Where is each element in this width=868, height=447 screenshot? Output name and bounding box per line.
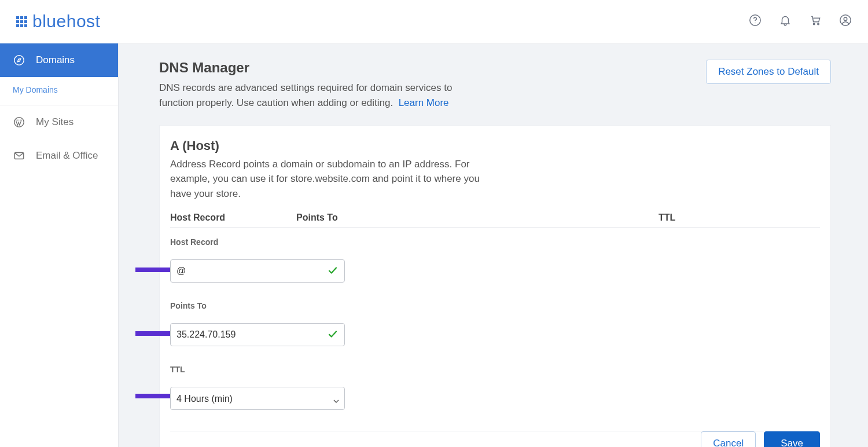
card-description: Address Record points a domain or subdom…	[170, 157, 483, 201]
check-icon	[328, 265, 338, 278]
sidebar-item-domains[interactable]: Domains	[0, 43, 118, 77]
svg-point-6	[14, 56, 24, 65]
points-to-label: Points To	[170, 301, 820, 310]
host-record-input[interactable]	[170, 259, 345, 283]
host-record-label: Host Record	[170, 237, 820, 247]
mail-icon	[13, 149, 25, 162]
learn-more-link[interactable]: Learn More	[399, 97, 449, 108]
record-columns-header: Host Record Points To TTL	[170, 212, 820, 228]
check-icon	[328, 329, 338, 342]
sidebar-item-label: My Sites	[36, 116, 73, 128]
user-icon[interactable]	[839, 14, 852, 29]
save-button[interactable]: Save	[764, 431, 820, 447]
brand-grid-icon	[16, 16, 27, 27]
main-content: DNS Manager DNS records are advanced set…	[119, 43, 868, 447]
ttl-select[interactable]: 4 Hours (min)	[170, 387, 345, 410]
sidebar-sub-my-domains[interactable]: My Domains	[0, 77, 118, 105]
col-ttl: TTL	[659, 212, 820, 223]
sidebar-item-label: Domains	[36, 54, 75, 66]
sidebar-item-email-office[interactable]: Email & Office	[0, 139, 118, 173]
ttl-label: TTL	[170, 365, 820, 374]
top-icons	[749, 14, 852, 29]
cancel-button[interactable]: Cancel	[701, 431, 756, 447]
top-bar: bluehost	[0, 0, 868, 43]
cart-icon[interactable]	[809, 14, 822, 29]
sidebar-item-my-sites[interactable]: My Sites	[0, 105, 118, 139]
col-points-to: Points To	[296, 212, 659, 223]
compass-icon	[13, 54, 25, 67]
brand-name: bluehost	[32, 12, 100, 31]
svg-point-3	[818, 23, 819, 25]
svg-point-2	[813, 23, 815, 25]
sidebar: Domains My Domains My Sites Email & Offi…	[0, 43, 119, 447]
help-icon[interactable]	[749, 14, 762, 29]
svg-point-7	[14, 118, 24, 127]
points-to-input[interactable]	[170, 323, 345, 346]
brand[interactable]: bluehost	[16, 12, 100, 31]
wordpress-icon	[13, 116, 25, 129]
card-title: A (Host)	[170, 138, 820, 153]
a-host-card: A (Host) Address Record points a domain …	[159, 125, 831, 447]
page-description: DNS records are advanced settings requir…	[159, 80, 483, 111]
page-title: DNS Manager	[159, 60, 483, 76]
svg-point-1	[755, 23, 755, 23]
sidebar-item-label: Email & Office	[36, 150, 98, 162]
bell-icon[interactable]	[779, 14, 792, 29]
col-host-record: Host Record	[170, 212, 296, 223]
svg-point-5	[844, 17, 847, 20]
reset-zones-button[interactable]: Reset Zones to Default	[706, 60, 831, 84]
